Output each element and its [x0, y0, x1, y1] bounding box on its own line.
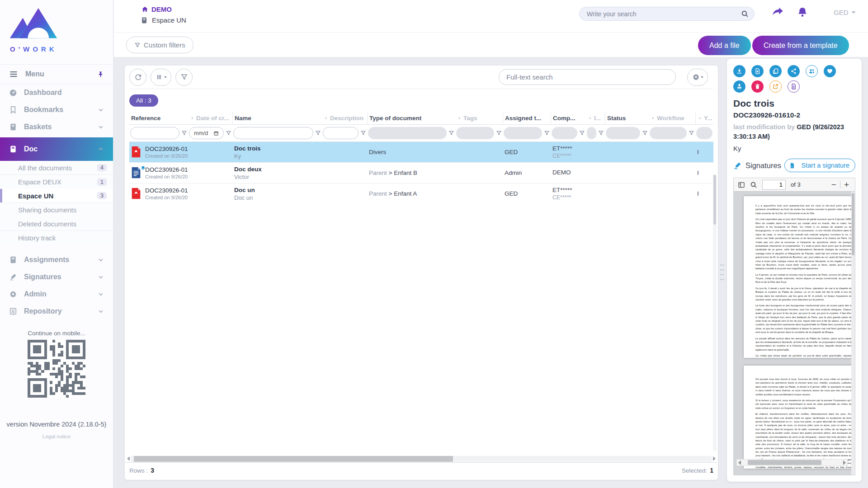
download-button[interactable] — [733, 65, 745, 77]
filter-select-type[interactable] — [368, 127, 447, 139]
page-number-input[interactable] — [762, 180, 786, 190]
table-row[interactable]: DOC230926-01609-0Created on 9/26/2023 3:… — [129, 162, 713, 183]
add-file-button[interactable]: Add a file — [698, 36, 751, 55]
share-icon[interactable] — [772, 6, 784, 18]
copy-button[interactable] — [769, 65, 782, 77]
filter-select-tags[interactable] — [456, 127, 494, 139]
create-from-template-button[interactable]: Create from a template — [752, 36, 849, 55]
column-header-name[interactable]: Name — [232, 112, 322, 124]
sidebar-item-deleted-documents[interactable]: Deleted documents — [0, 217, 113, 231]
filter-select-y[interactable] — [696, 127, 712, 139]
table-row[interactable]: DOC230926-01610-2Created on 9/26/2023 3:… — [129, 141, 713, 162]
sidebar-item-all-documents[interactable]: All the documents 4 — [0, 161, 113, 175]
sidebar-toggle-icon[interactable] — [738, 181, 745, 188]
sidebar-item-assignments[interactable]: Assignments — [0, 251, 113, 268]
breadcrumb-space[interactable]: Espace UN — [141, 16, 186, 24]
refresh-button[interactable] — [129, 69, 146, 86]
upload-version-button[interactable] — [751, 65, 764, 77]
sidebar-item-repository[interactable]: Repository — [0, 303, 113, 320]
column-header-tags[interactable]: Tags — [455, 115, 503, 122]
funnel-icon[interactable] — [579, 130, 585, 136]
table-settings-button[interactable] — [687, 69, 708, 86]
zoom-in-button[interactable]: + — [844, 180, 849, 189]
funnel-icon[interactable] — [181, 130, 187, 136]
funnel-icon[interactable] — [642, 130, 648, 136]
stamp-button[interactable] — [733, 80, 745, 93]
column-header-workflow[interactable]: Workflow — [649, 115, 695, 122]
funnel-icon[interactable] — [544, 130, 550, 136]
column-header-type[interactable]: Type of document — [367, 112, 455, 124]
sidebar-item-bookmarks[interactable]: Bookmarks — [0, 101, 113, 118]
panel-resize-handle[interactable] — [720, 264, 724, 282]
column-header-y[interactable]: Y... — [695, 112, 713, 124]
scrollbar-thumb[interactable] — [748, 460, 821, 465]
filter-button[interactable] — [175, 69, 193, 86]
all-count-chip[interactable]: All : 3 — [129, 94, 158, 107]
search-icon[interactable] — [741, 10, 749, 18]
legal-notice-link[interactable]: Legal notice — [0, 434, 113, 439]
sidebar-item-signatures[interactable]: Signatures — [0, 268, 113, 286]
global-search-input[interactable] — [587, 10, 741, 18]
column-header-description[interactable]: Description — [322, 115, 367, 122]
scroll-left-arrow[interactable] — [738, 460, 741, 465]
filter-select-i[interactable] — [587, 127, 596, 139]
funnel-icon[interactable] — [598, 130, 604, 136]
custom-filters-button[interactable]: Custom filters — [126, 37, 193, 53]
filter-select-workflow[interactable] — [650, 127, 687, 139]
filter-input-date[interactable]: mm/d — [189, 127, 224, 139]
sidebar-item-espace-deux[interactable]: Espace DEUX 1 — [0, 175, 113, 189]
start-signature-button[interactable]: Start a signature — [784, 159, 855, 172]
sidebar-item-history-track[interactable]: History track — [0, 231, 113, 245]
column-header-reference[interactable]: Reference — [129, 115, 188, 122]
sidebar-item-dashboard[interactable]: Dashboard — [0, 84, 113, 101]
pdf-preview-area[interactable]: Il y a aujourd'hui trois cent quarante-h… — [734, 192, 855, 475]
sidebar-item-doc[interactable]: Doc — [0, 137, 113, 161]
filter-select-assigned[interactable] — [504, 127, 542, 139]
sidebar-item-admin[interactable]: Admin — [0, 286, 113, 303]
favorite-button[interactable] — [824, 65, 836, 77]
zoom-out-button[interactable]: − — [831, 180, 836, 189]
scroll-left-arrow[interactable] — [127, 456, 130, 461]
funnel-icon[interactable] — [448, 130, 454, 136]
hamburger-icon[interactable] — [9, 70, 18, 79]
column-header-date-of-creation[interactable]: Date of cr... — [188, 115, 232, 122]
sidebar-item-sharing-documents[interactable]: Sharing documents — [0, 203, 113, 217]
filter-select-status[interactable] — [606, 127, 640, 139]
filter-input-description[interactable] — [323, 127, 359, 139]
share-button[interactable] — [788, 65, 800, 77]
scroll-right-arrow[interactable] — [713, 456, 716, 461]
sidebar-item-espace-un[interactable]: Espace UN 3 — [0, 189, 113, 203]
funnel-icon[interactable] — [689, 130, 694, 136]
breadcrumb-site[interactable]: DEMO — [142, 5, 172, 13]
pin-sidebar-icon[interactable] — [97, 71, 104, 78]
table-row[interactable]: DOC230926-01608-0Created on 9/26/2023 3:… — [129, 183, 713, 204]
table-vertical-scrollbar[interactable] — [713, 174, 717, 451]
columns-button[interactable] — [151, 69, 171, 86]
funnel-icon[interactable] — [496, 130, 502, 136]
user-menu[interactable]: GED — [834, 9, 855, 16]
filter-select-company[interactable] — [552, 127, 577, 139]
permissions-users-button[interactable] — [806, 65, 818, 77]
column-header-company[interactable]: Comp... — [551, 112, 586, 124]
column-header-assigned-to[interactable]: Assigned t... — [503, 112, 551, 124]
funnel-icon[interactable] — [226, 130, 231, 136]
open-external-button[interactable] — [769, 80, 782, 93]
funnel-icon[interactable] — [315, 130, 321, 136]
search-icon[interactable] — [750, 181, 757, 188]
scroll-right-arrow[interactable] — [843, 460, 846, 465]
filter-input-reference[interactable] — [130, 127, 179, 139]
calendar-icon[interactable] — [213, 131, 219, 136]
scrollbar-thumb[interactable] — [852, 193, 854, 255]
scrollbar-track[interactable] — [131, 456, 712, 462]
sidebar-item-baskets[interactable]: Baskets — [0, 118, 113, 136]
column-header-status[interactable]: Status — [605, 112, 649, 124]
bell-icon[interactable] — [797, 6, 808, 18]
delete-button[interactable] — [751, 80, 764, 93]
filter-input-name[interactable] — [233, 127, 313, 139]
fulltext-search-input[interactable] — [499, 69, 676, 85]
column-header-i[interactable]: I... — [586, 115, 605, 122]
scrollbar-thumb[interactable] — [134, 456, 453, 462]
funnel-icon[interactable] — [360, 130, 366, 136]
properties-button[interactable] — [788, 80, 800, 93]
doc-name: Doc un — [234, 187, 322, 193]
